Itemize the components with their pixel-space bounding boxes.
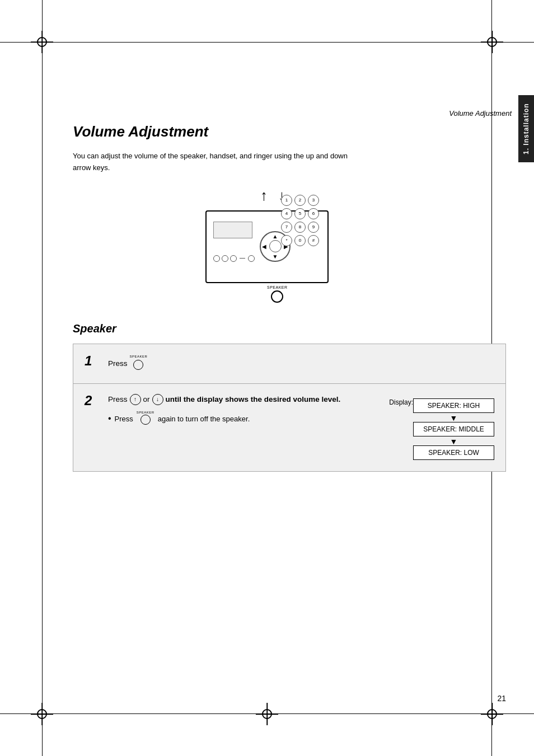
key-hash: # [308,235,319,246]
nav-inner [269,240,282,252]
corner-mark-tr [481,31,503,53]
step-2-up-icon: ↑ [130,394,141,405]
main-content: Volume Adjustment You can adjust the vol… [73,123,506,472]
step-2-or-label: or [143,394,150,405]
step-2-left: Press ↑ or ↓ until the display shows the… [108,394,389,426]
step-2-content: Press ↑ or ↓ until the display shows the… [108,394,494,461]
corner-mark-bl [31,703,53,725]
small-btn-4 [248,255,255,262]
vline-left [42,0,43,756]
display-panel: Display: SPEAKER: HIGH ▼ SPEAKER: MIDDLE… [389,398,494,461]
section-heading: Speaker [73,322,506,335]
corner-mark-tl [31,31,53,53]
step-2-down-icon: ↓ [152,394,163,405]
corner-mark-br [481,703,503,725]
display-high: SPEAKER: HIGH [413,398,494,413]
page-title: Volume Adjustment [73,123,506,140]
speaker-label: SPEAKER [267,285,288,289]
step-2-speaker-tiny: SPEAKER [137,411,154,414]
sidebar-tab-label: 1. Installation [522,103,530,154]
display-label: Display: [389,398,413,406]
step-1-speaker-circle [133,360,143,370]
step-1-press-label: Press [108,358,128,369]
nav-arrow-left: ◀ [262,243,266,250]
small-btn-3 [230,255,237,262]
step-2-bullet: • Press SPEAKER again to turn off the sp… [108,411,389,426]
step-1-speaker-icon: SPEAKER [130,354,148,373]
step-2-instruction: Press ↑ or ↓ until the display shows the… [108,394,389,405]
key-9: 9 [308,222,319,233]
step-2-press-label: Press [108,394,128,405]
key-star: * [281,235,292,246]
speaker-circle [271,290,283,303]
key-7: 7 [281,222,292,233]
small-dash [240,258,245,259]
hline-top [0,42,534,43]
small-btn-1 [213,255,220,262]
key-8: 8 [294,222,306,233]
key-3: 3 [308,195,319,206]
key-5: 5 [294,208,306,219]
bullet-dot: • [108,414,111,423]
key-2: 2 [294,195,306,206]
display-low: SPEAKER: LOW [413,445,494,460]
phone-keypad: 1 2 3 4 5 6 7 8 9 * 0 # [281,195,337,262]
display-arrow-2: ▼ [413,438,494,445]
corner-mark-bc [256,703,278,725]
phone-screen [213,222,252,238]
speaker-button-area: SPEAKER [267,285,288,303]
step-2-speaker-icon: SPEAKER [137,411,154,426]
header-label: Volume Adjustment [449,109,512,118]
step-2-inner: Press ↑ or ↓ until the display shows the… [108,394,494,461]
step-1-number: 1 [85,354,101,368]
steps-container: 1 Press SPEAKER 2 Press [73,344,506,472]
step-2-number: 2 [85,394,101,407]
bullet-suffix: again to turn off the speaker. [158,415,250,423]
intro-text: You can adjust the volume of the speaker… [73,151,364,174]
key-0: 0 [294,235,306,246]
step-2-instruction-bold: until the display shows the desired volu… [166,394,341,405]
diagram-up-arrow: ↑ [260,188,268,203]
key-1: 1 [281,195,292,206]
display-arrow-1: ▼ [413,414,494,422]
small-controls [213,255,255,262]
display-middle: SPEAKER: MIDDLE [413,422,494,436]
nav-arrow-up: ▲ [273,233,278,240]
sidebar-tab: 1. Installation [518,95,534,162]
bullet-press-label: Press [115,415,133,423]
step-1-content: Press SPEAKER [108,354,494,373]
small-btn-2 [222,255,228,262]
keypad-grid: 1 2 3 4 5 6 7 8 9 * 0 # [281,195,337,246]
key-4: 4 [281,208,292,219]
step-1-instruction: Press SPEAKER [108,354,494,373]
nav-arrow-down: ▼ [273,253,278,260]
display-boxes: SPEAKER: HIGH ▼ SPEAKER: MIDDLE ▼ SPEAKE… [413,398,494,461]
step-1-speaker-tiny-label: SPEAKER [130,354,148,359]
step-2-speaker-circle [140,415,151,425]
key-6: 6 [308,208,319,219]
page-number: 21 [497,694,506,703]
step-2-row: 2 Press ↑ or ↓ until the display shows t… [73,384,505,471]
step-1-row: 1 Press SPEAKER [73,344,505,384]
phone-diagram: ↑ ↓ ▲ ▼ ◀ ▶ [194,188,385,306]
